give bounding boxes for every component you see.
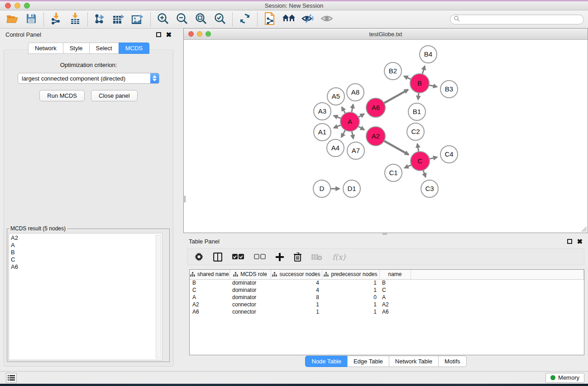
- memory-status-icon: [550, 375, 555, 380]
- network-close-button[interactable]: [188, 31, 194, 37]
- tab-edge-table[interactable]: Edge Table: [347, 356, 389, 367]
- network-minimize-button[interactable]: [197, 31, 202, 37]
- result-scrollbar[interactable]: [156, 235, 161, 358]
- network-canvas[interactable]: AA1A2A3A4A5A6A7A8BB1B2B3B4CC1C2C3C4DD1: [184, 40, 588, 233]
- column-header-shared-name[interactable]: shared name: [190, 270, 229, 279]
- result-item[interactable]: A: [11, 242, 162, 249]
- tab-style[interactable]: Style: [63, 43, 90, 54]
- search-field[interactable]: [450, 14, 584, 24]
- column-header-successor-nodes[interactable]: successor nodes: [271, 270, 322, 279]
- import-table-button[interactable]: [69, 13, 81, 26]
- open-session-button[interactable]: [6, 13, 19, 26]
- tab-network[interactable]: Network: [28, 43, 63, 54]
- table-row[interactable]: Bdominator41B: [190, 279, 584, 286]
- graph-node-A8[interactable]: A8: [347, 84, 364, 101]
- hide-details-button[interactable]: [301, 13, 314, 26]
- graph-node-C3[interactable]: C3: [421, 180, 438, 197]
- graph-node-A5[interactable]: A5: [327, 88, 344, 105]
- tab-select[interactable]: Select: [89, 43, 119, 54]
- mcds-result-list[interactable]: A2 A B C A6: [9, 233, 163, 360]
- network-window-titlebar[interactable]: testGlobe.txt: [184, 29, 588, 40]
- select-all-button[interactable]: [232, 254, 244, 260]
- delete-column-button[interactable]: [294, 253, 301, 262]
- zoom-in-button[interactable]: [157, 13, 169, 26]
- tab-mcds[interactable]: MCDS: [119, 43, 149, 54]
- close-panel-button[interactable]: Close panel: [91, 90, 138, 101]
- delete-table-button[interactable]: [311, 253, 322, 261]
- column-selector-button[interactable]: [213, 253, 222, 262]
- control-panel-header: Control Panel ✖: [0, 29, 177, 40]
- graph-node-D1[interactable]: D1: [343, 180, 360, 197]
- float-panel-icon[interactable]: [156, 32, 161, 37]
- zoom-fit-button[interactable]: [195, 13, 207, 26]
- graph-node-D[interactable]: D: [313, 180, 330, 197]
- add-column-button[interactable]: [276, 253, 284, 261]
- criterion-dropdown[interactable]: largest connected component (directed): [18, 73, 159, 84]
- column-header-name[interactable]: name: [379, 270, 411, 279]
- column-header-mcds-role[interactable]: MCDS role: [229, 270, 271, 279]
- tab-motifs[interactable]: Motifs: [438, 356, 467, 367]
- save-session-button[interactable]: [25, 13, 38, 26]
- graph-node-A7[interactable]: A7: [347, 142, 364, 159]
- graph-node-B2[interactable]: B2: [384, 62, 402, 80]
- network-window-controls[interactable]: [188, 31, 211, 37]
- result-item[interactable]: B: [11, 249, 162, 256]
- network-from-file-button[interactable]: [263, 13, 276, 26]
- function-builder-button[interactable]: f(x): [332, 253, 345, 262]
- tab-network-table[interactable]: Network Table: [389, 356, 439, 367]
- svg-text:A1: A1: [318, 128, 326, 136]
- export-network-button[interactable]: [94, 13, 106, 26]
- graph-node-B4[interactable]: B4: [420, 46, 437, 63]
- svg-text:C3: C3: [425, 185, 434, 192]
- graph-node-A6[interactable]: A6: [366, 98, 385, 117]
- result-item[interactable]: A6: [11, 263, 162, 271]
- home-networks-button[interactable]: [282, 13, 295, 26]
- run-mcds-button[interactable]: Run MCDS: [39, 90, 85, 101]
- resize-grip-icon[interactable]: [580, 225, 587, 232]
- graph-node-B[interactable]: B: [410, 74, 429, 93]
- memory-button[interactable]: Memory: [545, 373, 584, 383]
- result-item[interactable]: A2: [11, 234, 162, 242]
- graph-node-C[interactable]: C: [411, 152, 430, 171]
- svg-text:A4: A4: [331, 144, 339, 152]
- network-zoom-button[interactable]: [206, 31, 211, 37]
- dropdown-stepper-icon[interactable]: [150, 73, 159, 83]
- tab-node-table[interactable]: Node Table: [305, 356, 348, 367]
- graph-node-B3[interactable]: B3: [440, 81, 458, 98]
- import-network-button[interactable]: [50, 13, 62, 26]
- refresh-button[interactable]: [239, 13, 251, 26]
- graph-node-A[interactable]: A: [340, 112, 359, 131]
- table-row[interactable]: A2connector11A2: [190, 301, 584, 308]
- graph-node-C4[interactable]: C4: [440, 146, 458, 163]
- deselect-all-button[interactable]: [254, 254, 266, 260]
- close-table-panel-icon[interactable]: ✖: [577, 239, 583, 244]
- task-history-button[interactable]: [6, 373, 17, 383]
- graph-node-A4[interactable]: A4: [327, 139, 344, 157]
- graph-node-B1[interactable]: B1: [408, 103, 425, 120]
- export-image-icon: [132, 13, 144, 25]
- export-table-button[interactable]: [113, 13, 125, 26]
- node-table[interactable]: shared name MCDS role successor nodes pr…: [189, 269, 584, 355]
- column-header-predecessor-nodes[interactable]: predecessor nodes: [322, 270, 379, 279]
- close-panel-icon[interactable]: ✖: [166, 32, 172, 37]
- table-settings-button[interactable]: [195, 253, 203, 261]
- svg-text:B: B: [417, 79, 422, 87]
- graph-node-C2[interactable]: C2: [407, 123, 424, 140]
- result-item[interactable]: C: [11, 256, 162, 263]
- memory-label: Memory: [558, 374, 579, 381]
- table-row[interactable]: A6connector11A6: [190, 308, 584, 315]
- table-row[interactable]: Cdominator41C: [190, 286, 584, 294]
- graph-node-C1[interactable]: C1: [385, 164, 402, 181]
- zoom-out-button[interactable]: [176, 13, 188, 26]
- table-row[interactable]: Adominator80A: [190, 294, 584, 301]
- search-input[interactable]: [460, 16, 583, 23]
- network-splitter-grip[interactable]: [183, 196, 186, 202]
- export-image-button[interactable]: [132, 13, 144, 26]
- show-details-button[interactable]: [320, 13, 333, 26]
- horizontal-splitter-grip[interactable]: [382, 233, 387, 235]
- graph-node-A1[interactable]: A1: [314, 124, 331, 141]
- graph-node-A2[interactable]: A2: [366, 127, 385, 146]
- float-table-panel-icon[interactable]: [567, 239, 572, 244]
- zoom-selected-button[interactable]: [214, 13, 226, 26]
- graph-node-A3[interactable]: A3: [314, 103, 331, 120]
